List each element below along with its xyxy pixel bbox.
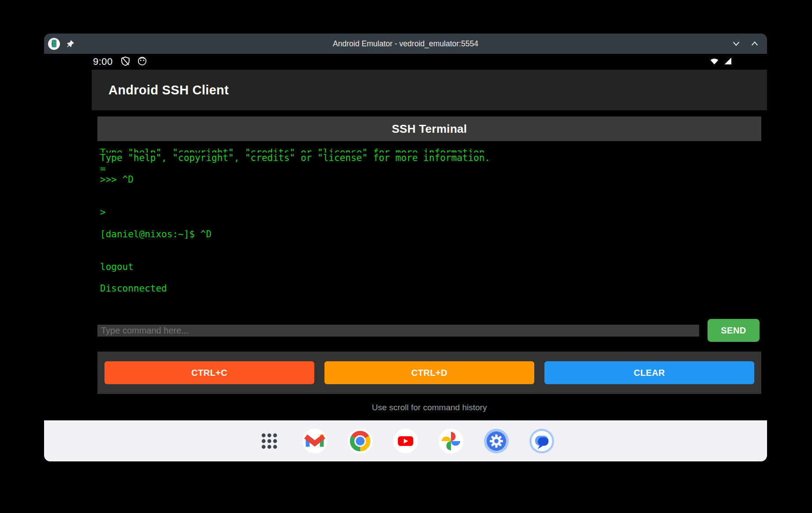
terminal-line <box>100 273 767 284</box>
app-title: Android SSH Client <box>108 83 229 97</box>
terminal-line: Disconnected <box>100 283 767 294</box>
pin-icon[interactable] <box>67 40 74 48</box>
wifi-icon <box>709 56 720 67</box>
terminal-line: = <box>100 164 767 175</box>
google-photos-icon[interactable] <box>439 429 463 453</box>
clear-button[interactable]: CLEAR <box>544 361 754 384</box>
terminal-line <box>100 196 767 207</box>
ssh-terminal-title: SSH Terminal <box>392 122 467 136</box>
youtube-icon[interactable] <box>393 429 418 453</box>
terminal-line: Type "help", "copyright", "credits" or "… <box>100 153 767 164</box>
ctrl-d-button[interactable]: CTRL+D <box>324 361 534 384</box>
chrome-icon[interactable] <box>348 429 372 453</box>
terminal-line-clipped: Type "help", "copyright", "credits" or "… <box>100 141 767 153</box>
ctrl-c-button[interactable]: CTRL+C <box>104 361 314 384</box>
shield-off-icon <box>120 56 130 68</box>
terminal-line: [daniel@nixos:~]$ ^D <box>100 229 767 240</box>
command-row: SEND <box>97 319 760 342</box>
dock <box>44 420 767 461</box>
terminal-output[interactable]: Type "help", "copyright", "credits" or "… <box>92 141 767 319</box>
command-input[interactable] <box>97 325 699 337</box>
terminal-line: logout <box>100 262 767 273</box>
gmail-icon[interactable] <box>302 429 327 453</box>
ssh-terminal-header: SSH Terminal <box>97 116 761 141</box>
terminal-line <box>100 218 767 229</box>
terminal-line: >>> ^D <box>100 174 767 185</box>
terminal-line <box>100 251 767 262</box>
actions-bar: CTRL+C CTRL+D CLEAR <box>97 352 761 394</box>
app-drawer-icon[interactable] <box>257 429 282 453</box>
android-screen: 9:00 <box>92 54 767 420</box>
scroll-hint: Use scroll for command history <box>92 403 767 412</box>
emulator-window: Android Emulator - vedroid_emulator:5554… <box>44 34 767 461</box>
settings-icon[interactable] <box>484 429 509 453</box>
status-bar: 9:00 <box>92 54 767 70</box>
face-icon <box>137 56 147 68</box>
terminal-line <box>100 240 767 251</box>
terminal-line: > <box>100 207 767 218</box>
signal-icon <box>722 56 733 67</box>
terminal-line <box>100 185 767 196</box>
status-time: 9:00 <box>93 56 113 67</box>
send-button[interactable]: SEND <box>708 319 760 342</box>
window-titlebar: Android Emulator - vedroid_emulator:5554 <box>44 34 767 54</box>
emulator-logo-icon <box>48 38 60 50</box>
app-bar: Android SSH Client <box>92 70 767 110</box>
chevron-down-icon[interactable] <box>731 39 741 48</box>
messages-icon[interactable] <box>529 429 554 453</box>
window-title: Android Emulator - vedroid_emulator:5554 <box>44 39 767 49</box>
chevron-up-icon[interactable] <box>750 39 760 48</box>
